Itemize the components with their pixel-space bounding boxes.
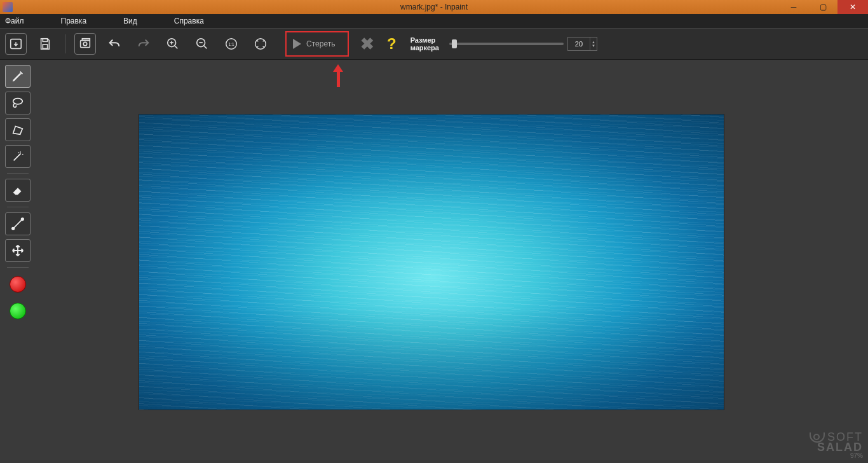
move-icon [11, 244, 25, 258]
lasso-icon [11, 96, 25, 110]
svg-point-12 [12, 228, 15, 230]
svg-point-11 [13, 99, 23, 104]
zoom-out-button[interactable] [191, 33, 213, 55]
move-tool[interactable] [5, 239, 31, 262]
red-circle-icon [10, 276, 26, 293]
svg-rect-3 [81, 41, 90, 48]
marker-tool[interactable] [5, 65, 31, 88]
svg-rect-2 [43, 45, 47, 48]
menu-help[interactable]: Справка [174, 17, 204, 25]
maximize-button[interactable]: ▢ [808, 0, 837, 14]
titlebar: wmark.jpg* - Inpaint ─ ▢ ✕ [0, 0, 868, 14]
polygon-icon [11, 123, 25, 137]
marker-size-control: ▲ ▼ [449, 37, 597, 51]
batch-button[interactable] [74, 33, 96, 55]
sidebar [0, 60, 36, 463]
canvas-area[interactable] [36, 60, 868, 463]
undo-button[interactable] [104, 33, 125, 55]
eraser-tool[interactable] [5, 179, 31, 202]
svg-point-5 [83, 42, 87, 46]
green-mask-tool[interactable] [5, 300, 31, 322]
batch-icon [78, 37, 92, 51]
sidebar-separator [7, 267, 29, 268]
svg-point-13 [22, 218, 24, 221]
workspace [0, 60, 868, 463]
play-icon [293, 39, 301, 49]
spinner-down[interactable]: ▼ [592, 44, 595, 48]
save-button[interactable] [34, 33, 56, 55]
green-circle-icon [10, 303, 26, 319]
erase-label: Стереть [306, 39, 335, 48]
polygon-tool[interactable] [5, 118, 31, 141]
menubar: Файл Правка Вид Справка [0, 14, 868, 28]
minimize-button[interactable]: ─ [779, 0, 808, 14]
lasso-tool[interactable] [5, 92, 31, 114]
window-title: wmark.jpg* - Inpaint [400, 3, 468, 11]
zoom-out-icon [195, 37, 209, 51]
marker-size-slider[interactable] [449, 43, 564, 45]
svg-rect-4 [82, 39, 90, 41]
toolbar: 1:1 Стереть ✖ ? Размер маркера ▲ ▼ [0, 28, 868, 60]
svg-rect-1 [43, 39, 47, 42]
line-icon [11, 217, 25, 231]
marker-size-label: Размер маркера [410, 36, 439, 52]
zoom-1to1-icon: 1:1 [224, 37, 238, 51]
help-button[interactable]: ? [387, 35, 397, 53]
save-icon [38, 37, 52, 51]
zoom-fit-icon [254, 37, 268, 51]
slider-thumb[interactable] [452, 39, 457, 48]
menu-view[interactable]: Вид [123, 17, 137, 25]
window-controls: ─ ▢ ✕ [779, 0, 868, 14]
redo-icon [137, 37, 151, 51]
menu-edit[interactable]: Правка [61, 17, 87, 25]
marker-icon [11, 69, 25, 83]
zoom-in-icon [166, 37, 180, 51]
red-mask-tool[interactable] [5, 273, 31, 296]
separator [65, 34, 65, 53]
menu-file[interactable]: Файл [5, 17, 24, 25]
undo-icon [107, 37, 121, 51]
app-icon [3, 2, 13, 12]
open-icon [9, 37, 23, 51]
marker-size-input[interactable] [568, 38, 590, 50]
zoom-fit-button[interactable] [250, 33, 271, 55]
erase-button[interactable]: Стереть [285, 31, 349, 57]
image-canvas[interactable] [139, 114, 724, 410]
watermark: SOFT SALAD 97% [810, 432, 863, 460]
svg-point-10 [255, 39, 266, 50]
svg-text:1:1: 1:1 [229, 42, 234, 46]
wand-icon [11, 149, 25, 163]
zoom-in-button[interactable] [162, 33, 184, 55]
open-button[interactable] [5, 33, 27, 55]
watermark-percent: 97% [810, 452, 863, 460]
sidebar-separator [7, 173, 29, 174]
zoom-actual-button[interactable]: 1:1 [220, 33, 242, 55]
eraser-icon [11, 183, 25, 197]
sidebar-separator [7, 207, 29, 207]
redo-button[interactable] [133, 33, 154, 55]
cancel-button[interactable]: ✖ [360, 34, 374, 54]
marker-size-spinner[interactable]: ▲ ▼ [567, 37, 597, 51]
annotation-arrow [333, 64, 343, 87]
close-button[interactable]: ✕ [837, 0, 868, 14]
line-tool[interactable] [5, 212, 31, 235]
magic-wand-tool[interactable] [5, 145, 31, 168]
